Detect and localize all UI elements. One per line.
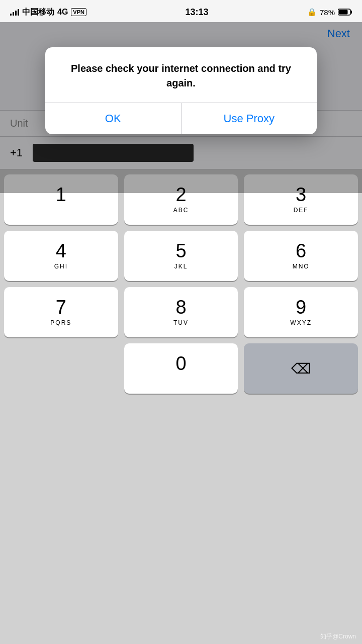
battery-label: 78% bbox=[320, 8, 335, 17]
key-9[interactable]: 9 WXYZ bbox=[244, 287, 358, 337]
battery-icon bbox=[338, 9, 352, 16]
status-right: 🔒 78% bbox=[307, 8, 352, 17]
key-6[interactable]: 6 MNO bbox=[244, 231, 358, 281]
use-proxy-button[interactable]: Use Proxy bbox=[182, 103, 317, 134]
key-4[interactable]: 4 GHI bbox=[4, 231, 118, 281]
keyboard-row-4: 0 ⌫ bbox=[4, 343, 358, 394]
keyboard-area: 1 2 ABC 3 DEF 4 GHI 5 JKL 6 MNO 7 PQRS bbox=[0, 169, 362, 398]
key-7[interactable]: 7 PQRS bbox=[4, 287, 118, 337]
alert-message: Please check your internet connection an… bbox=[59, 61, 303, 90]
status-left: 中国移动 4G VPN bbox=[10, 7, 86, 18]
key-0[interactable]: 0 bbox=[124, 343, 238, 394]
spacer-key bbox=[4, 343, 118, 394]
ok-button[interactable]: OK bbox=[45, 103, 182, 134]
carrier-label: 中国移动 bbox=[22, 7, 54, 18]
vpn-badge: VPN bbox=[71, 8, 86, 16]
key-5[interactable]: 5 JKL bbox=[124, 231, 238, 281]
svg-rect-1 bbox=[350, 11, 352, 14]
lock-icon: 🔒 bbox=[307, 8, 317, 17]
key-8[interactable]: 8 TUV bbox=[124, 287, 238, 337]
status-bar: 中国移动 4G VPN 13:13 🔒 78% bbox=[0, 0, 362, 22]
alert-body: Please check your internet connection an… bbox=[45, 47, 317, 103]
status-time: 13:13 bbox=[185, 7, 208, 18]
delete-icon: ⌫ bbox=[291, 360, 311, 377]
svg-rect-2 bbox=[338, 10, 347, 15]
network-label: 4G bbox=[57, 8, 68, 17]
alert-dialog: Please check your internet connection an… bbox=[45, 47, 317, 134]
watermark: 知乎@Crown bbox=[320, 632, 356, 641]
delete-key[interactable]: ⌫ bbox=[244, 343, 358, 394]
main-wrapper: Next Your Phone Please confirm your coun… bbox=[0, 22, 362, 169]
alert-buttons: OK Use Proxy bbox=[45, 103, 317, 134]
keyboard-row-3: 7 PQRS 8 TUV 9 WXYZ bbox=[4, 287, 358, 337]
signal-icon bbox=[10, 9, 19, 16]
keyboard-row-2: 4 GHI 5 JKL 6 MNO bbox=[4, 231, 358, 281]
